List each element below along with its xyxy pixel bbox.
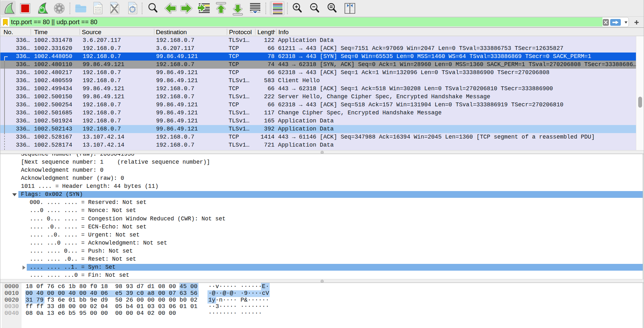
svg-text:01010: 01010: [95, 7, 101, 9]
svg-text:01110: 01110: [95, 11, 101, 14]
svg-text:01101: 01101: [95, 9, 101, 11]
